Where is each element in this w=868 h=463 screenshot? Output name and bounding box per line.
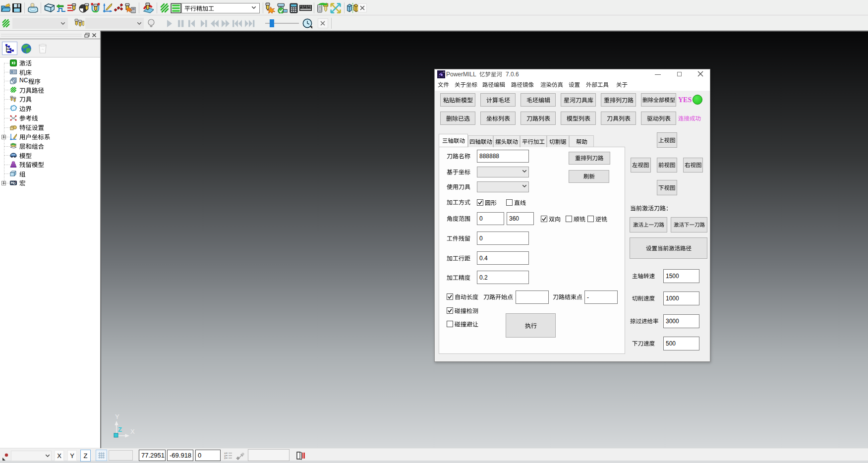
svg-text:Y: Y: [115, 414, 119, 420]
svg-text:X: X: [130, 428, 135, 435]
svg-text:Z: Z: [118, 426, 122, 433]
svg-text:z=: z=: [224, 457, 228, 460]
